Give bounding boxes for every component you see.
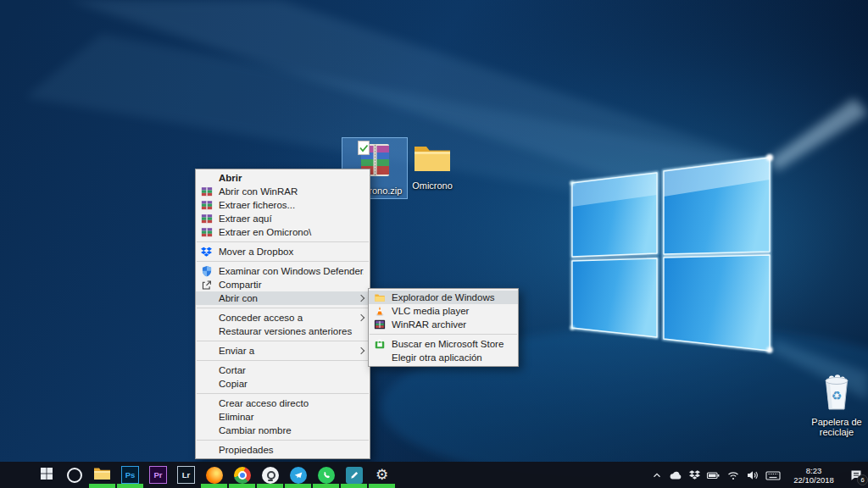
desktop-icon-recycle-bin[interactable]: ♻ Papelera de reciclaje	[805, 371, 868, 440]
no-icon	[200, 397, 213, 410]
taskbar-photoshop[interactable]: Ps	[116, 462, 144, 488]
menu-item-mover-a-dropbox[interactable]: Mover a Dropbox	[196, 245, 370, 258]
winrar-icon	[200, 186, 213, 198]
submenu-chevron-icon	[358, 347, 364, 354]
folder-icon	[413, 142, 452, 178]
submenu-item-buscar-en-microsoft-store[interactable]: Buscar en Microsoft Store	[369, 337, 518, 351]
desktop-icon-label: Omicrono	[412, 180, 453, 191]
recycle-bin-icon: ♻	[822, 374, 851, 414]
cortana-button[interactable]	[60, 462, 88, 488]
abrir-con-submenu: Explorador de Windows VLC media player W…	[368, 288, 519, 367]
menu-item-crear-acceso-directo[interactable]: Crear acceso directo	[196, 396, 370, 410]
premiere-icon: Pr	[149, 466, 167, 484]
white-circle-app-icon	[262, 467, 279, 484]
context-menu: Abrir Abrir con WinRAR Extraer ficheros.…	[195, 169, 370, 459]
winrar-icon	[200, 199, 213, 212]
no-icon	[200, 292, 213, 305]
submenu-chevron-icon	[358, 314, 364, 321]
taskbar-settings[interactable]: ⚙	[368, 462, 396, 488]
system-tray: 8:23 22/10/2018 6	[651, 462, 865, 488]
menu-item-enviar-a[interactable]: Enviar a	[196, 344, 370, 358]
taskbar-camera-app[interactable]	[256, 462, 284, 488]
menu-item-restaurar-versiones[interactable]: Restaurar versiones anteriores	[196, 324, 370, 338]
desktop-wallpaper[interactable]	[0, 0, 868, 488]
menu-separator	[197, 261, 369, 262]
menu-item-extraer-ficheros[interactable]: Extraer ficheros...	[196, 198, 370, 212]
wifi-icon[interactable]	[726, 462, 740, 488]
menu-item-propiedades[interactable]: Propiedades	[196, 443, 370, 457]
no-icon	[373, 352, 386, 364]
show-hidden-icons-button[interactable]	[651, 462, 663, 488]
menu-item-abrir-con-winrar[interactable]: Abrir con WinRAR	[196, 185, 370, 198]
menu-item-cambiar-nombre[interactable]: Cambiar nombre	[196, 424, 370, 437]
menu-item-conceder-acceso[interactable]: Conceder acceso a	[196, 311, 370, 324]
winrar-icon	[200, 213, 213, 225]
taskbar-whatsapp[interactable]	[312, 462, 340, 488]
no-icon	[200, 411, 213, 424]
menu-item-extraer-aqui[interactable]: Extraer aquí	[196, 212, 370, 225]
submenu-item-elegir-otra-aplicacion[interactable]: Elegir otra aplicación	[369, 351, 518, 364]
menu-separator	[197, 393, 369, 394]
submenu-item-winrar-archiver[interactable]: WinRAR archiver	[369, 318, 518, 331]
menu-item-copiar[interactable]: Copiar	[196, 377, 370, 391]
taskbar-notes-app[interactable]	[340, 462, 368, 488]
dropbox-tray-icon[interactable]	[689, 462, 700, 488]
whatsapp-icon	[318, 467, 335, 484]
no-icon	[200, 378, 213, 391]
microsoft-store-icon	[373, 338, 386, 351]
touch-keyboard-icon[interactable]	[765, 462, 781, 488]
action-center-button[interactable]: 6	[847, 466, 865, 485]
file-explorer-icon	[373, 291, 386, 304]
menu-separator	[197, 308, 369, 308]
settings-gear-icon: ⚙	[376, 468, 388, 482]
taskbar-apps: Ps Pr Lr	[32, 462, 396, 488]
vlc-icon	[373, 305, 386, 318]
desktop: Omicrono.zip Omicrono ♻ Papelera de reci…	[0, 0, 868, 488]
menu-item-abrir-con[interactable]: Abrir con	[196, 291, 370, 305]
svg-text:♻: ♻	[832, 389, 843, 402]
battery-icon[interactable]	[706, 462, 721, 488]
dropbox-icon	[200, 246, 213, 258]
menu-item-cortar[interactable]: Cortar	[196, 363, 370, 377]
lightroom-icon: Lr	[177, 466, 195, 484]
taskbar-premiere[interactable]: Pr	[144, 462, 172, 488]
clock-date: 22/10/2018	[787, 475, 841, 485]
taskbar-clock[interactable]: 8:23 22/10/2018	[787, 466, 841, 485]
windows-start-icon	[40, 467, 53, 484]
taskbar-chrome[interactable]	[228, 462, 256, 488]
submenu-chevron-icon	[358, 295, 364, 302]
telegram-icon	[290, 467, 307, 484]
clock-time: 8:23	[787, 466, 841, 475]
notes-pen-app-icon	[346, 467, 363, 484]
menu-separator	[370, 334, 517, 335]
windows-defender-icon	[200, 265, 213, 278]
taskbar-telegram[interactable]	[284, 462, 312, 488]
taskbar-file-explorer[interactable]	[88, 462, 116, 488]
no-icon	[200, 364, 213, 377]
desktop-icon-label: Papelera de reciclaje	[807, 417, 866, 437]
submenu-item-vlc-media-player[interactable]: VLC media player	[369, 304, 518, 318]
menu-item-eliminar[interactable]: Eliminar	[196, 410, 370, 424]
no-icon	[200, 312, 213, 324]
menu-item-extraer-en-omicrono[interactable]: Extraer en Omicrono\	[196, 225, 370, 239]
no-icon	[200, 172, 213, 185]
photoshop-icon: Ps	[121, 466, 139, 484]
menu-separator	[197, 241, 369, 242]
onedrive-icon[interactable]	[669, 462, 683, 488]
taskbar-lightroom[interactable]: Lr	[172, 462, 200, 488]
menu-separator	[197, 440, 369, 441]
chrome-icon	[234, 467, 251, 484]
submenu-item-explorador-de-windows[interactable]: Explorador de Windows	[369, 291, 518, 304]
start-button[interactable]	[32, 462, 60, 488]
volume-icon[interactable]	[746, 462, 760, 488]
winrar-icon	[373, 319, 386, 331]
menu-item-examinar-windows-defender[interactable]: Examinar con Windows Defender...	[196, 264, 370, 278]
no-icon	[200, 444, 213, 457]
cortana-circle-icon	[67, 468, 82, 483]
menu-separator	[197, 360, 369, 361]
menu-item-compartir[interactable]: Compartir	[196, 278, 370, 291]
desktop-icon-omicrono-folder[interactable]: Omicrono	[404, 140, 460, 193]
menu-item-abrir[interactable]: Abrir	[196, 171, 370, 185]
no-icon	[200, 325, 213, 338]
taskbar-firefox[interactable]	[200, 462, 228, 488]
